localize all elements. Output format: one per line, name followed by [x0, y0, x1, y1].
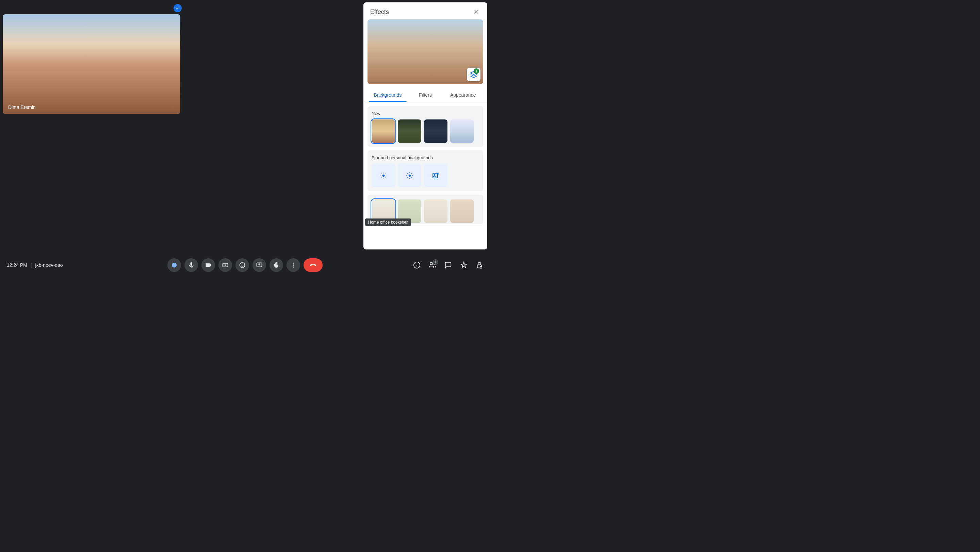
captions-button[interactable]: [218, 258, 232, 272]
bottom-bar: 12:24 PM | jxb-npev-qao: [0, 254, 490, 276]
svg-point-6: [380, 175, 381, 176]
svg-point-2: [179, 8, 179, 8]
tab-filters[interactable]: Filters: [407, 88, 444, 102]
present-button[interactable]: [253, 258, 266, 272]
svg-point-3: [382, 174, 385, 177]
bg-blur-slight[interactable]: [372, 164, 395, 187]
mic-icon: [188, 262, 195, 269]
clock-time: 12:24 PM: [7, 262, 27, 268]
main-video-tile: Dima Eremin: [3, 14, 180, 114]
bg-workspace-4[interactable]: [450, 199, 474, 223]
section-blur: Blur and personal backgrounds: [368, 150, 483, 191]
people-button[interactable]: 1: [429, 261, 436, 269]
bg-tooltip: Home office bookshelf: [365, 218, 411, 226]
svg-point-10: [381, 177, 382, 178]
svg-point-16: [412, 175, 413, 176]
chat-icon: [444, 261, 452, 269]
end-call-icon: [309, 261, 317, 269]
end-call-button[interactable]: [304, 258, 323, 272]
bg-new-2[interactable]: [398, 119, 421, 143]
participant-name-label: Dima Eremin: [8, 105, 36, 110]
emoji-icon: [239, 262, 246, 269]
hand-icon: [273, 262, 280, 269]
bg-new-4[interactable]: [450, 119, 474, 143]
svg-point-4: [383, 173, 383, 173]
bg-upload[interactable]: [424, 164, 447, 187]
people-count-badge: 1: [433, 259, 438, 265]
svg-point-20: [411, 177, 412, 178]
svg-point-26: [293, 263, 294, 264]
present-icon: [256, 262, 263, 269]
captions-icon: [222, 262, 229, 269]
svg-point-14: [409, 178, 410, 179]
svg-point-15: [406, 175, 407, 176]
svg-point-12: [408, 174, 411, 177]
meeting-code: jxb-npev-qao: [35, 262, 63, 268]
camera-button[interactable]: [202, 258, 215, 272]
bg-blur-strong[interactable]: [398, 164, 421, 187]
svg-point-18: [411, 173, 412, 174]
svg-point-7: [385, 175, 386, 176]
effects-title: Effects: [370, 8, 389, 16]
recording-indicator-button[interactable]: [167, 258, 181, 272]
svg-point-31: [480, 266, 482, 269]
divider: |: [30, 262, 32, 268]
svg-point-28: [293, 266, 294, 267]
svg-rect-23: [223, 263, 228, 267]
bg-new-1[interactable]: [372, 119, 395, 143]
upload-image-icon: [432, 172, 440, 180]
meeting-info-button[interactable]: [413, 261, 421, 269]
host-controls-button[interactable]: [476, 261, 483, 269]
svg-point-17: [407, 173, 408, 174]
svg-point-5: [383, 178, 383, 178]
tab-backgrounds[interactable]: Backgrounds: [369, 88, 407, 102]
svg-point-0: [176, 8, 177, 8]
effects-panel: Effects 1 Backgrounds Filters Appearance…: [363, 2, 487, 250]
reactions-button[interactable]: [235, 258, 249, 272]
mic-button[interactable]: [185, 258, 198, 272]
svg-point-11: [385, 177, 385, 178]
raise-hand-button[interactable]: [269, 258, 283, 272]
info-icon: [413, 261, 421, 269]
bg-workspace-3[interactable]: [424, 199, 447, 223]
close-effects-button[interactable]: [472, 8, 480, 16]
video-options-button[interactable]: [173, 4, 182, 12]
svg-point-13: [409, 172, 410, 173]
more-options-button[interactable]: [286, 258, 300, 272]
section-new-title: New: [372, 111, 479, 116]
camera-icon: [205, 262, 212, 269]
svg-point-24: [240, 263, 245, 268]
svg-point-8: [381, 173, 382, 174]
blue-dot-icon: [172, 263, 177, 267]
activities-icon: [460, 261, 468, 269]
effects-tabs: Backgrounds Filters Appearance: [363, 88, 487, 102]
close-icon: [473, 8, 480, 15]
svg-point-27: [293, 264, 294, 266]
lock-icon: [476, 261, 483, 269]
chat-button[interactable]: [444, 261, 452, 269]
effects-preview: 1: [368, 19, 483, 84]
blur-strong-icon: [405, 171, 414, 180]
bg-new-3[interactable]: [424, 119, 447, 143]
activities-button[interactable]: [460, 261, 468, 269]
layers-count-badge: 1: [474, 68, 479, 74]
blur-slight-icon: [379, 171, 388, 180]
svg-point-1: [177, 8, 178, 8]
more-vert-icon: [290, 262, 297, 269]
svg-point-19: [407, 177, 408, 178]
section-blur-title: Blur and personal backgrounds: [372, 155, 479, 160]
layers-button[interactable]: 1: [467, 68, 480, 81]
svg-point-9: [385, 173, 385, 174]
tab-appearance[interactable]: Appearance: [444, 88, 482, 102]
section-new: New: [368, 106, 483, 147]
